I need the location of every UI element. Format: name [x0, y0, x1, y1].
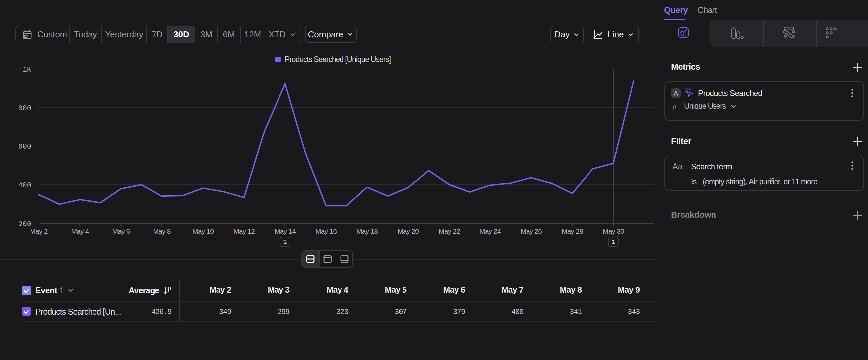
svg-text:May 24: May 24	[479, 227, 501, 235]
svg-text:May 12: May 12	[234, 227, 255, 235]
svg-text:May 10: May 10	[192, 227, 214, 235]
svg-text:May 26: May 26	[521, 227, 542, 235]
svg-text:May 2: May 2	[30, 227, 48, 235]
svg-text:May 18: May 18	[356, 227, 378, 235]
svg-text:600: 600	[18, 143, 31, 151]
svg-text:200: 200	[18, 220, 31, 228]
svg-text:800: 800	[18, 104, 31, 113]
svg-text:May 22: May 22	[439, 227, 460, 235]
svg-text:May 8: May 8	[153, 227, 170, 235]
svg-text:May 28: May 28	[562, 227, 583, 235]
svg-text:May 16: May 16	[315, 227, 337, 235]
svg-text:May 14: May 14	[275, 227, 296, 235]
svg-text:May 6: May 6	[112, 227, 130, 235]
svg-text:1K: 1K	[23, 66, 31, 74]
svg-text:May 30: May 30	[603, 227, 624, 235]
svg-text:May 20: May 20	[398, 227, 419, 235]
svg-text:May 4: May 4	[71, 227, 89, 235]
svg-text:400: 400	[18, 181, 31, 190]
